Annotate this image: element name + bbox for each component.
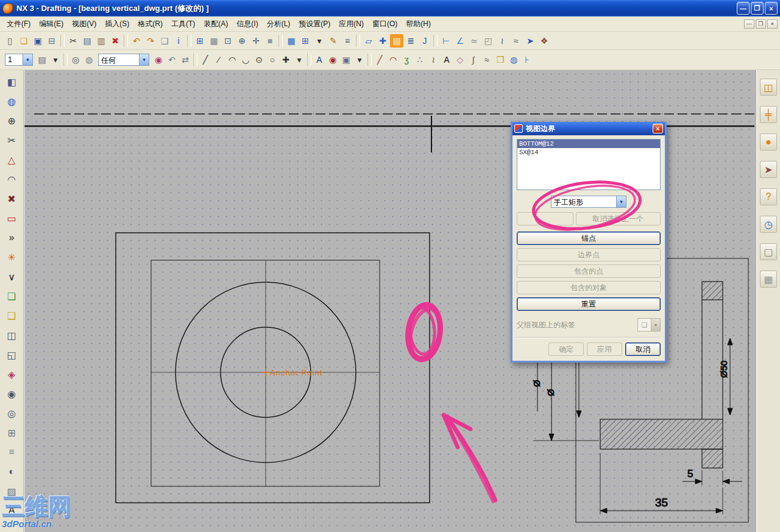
datum-axis-icon[interactable]: ✚	[376, 34, 389, 48]
face-analysis-icon[interactable]: ≈	[509, 34, 523, 48]
selection-filter-combo[interactable]: 任何 ▾	[98, 54, 149, 66]
datum-triangle-icon[interactable]: △	[4, 152, 20, 168]
shapes-icon[interactable]: ◇	[453, 53, 467, 66]
symbol-list-icon[interactable]: ≡	[341, 34, 354, 48]
roles-icon[interactable]: ➤	[760, 161, 777, 178]
minimize-button[interactable]: —	[737, 2, 750, 15]
pan-icon[interactable]: ✛	[249, 34, 263, 48]
menu-assemblies[interactable]: 装配(A)	[199, 17, 232, 31]
palette-page-icon[interactable]: ▢	[760, 243, 777, 260]
refresh-grid-icon[interactable]: ⊞	[193, 34, 207, 48]
three-point-arc-icon[interactable]: ◡	[239, 53, 252, 66]
vda-checker-icon[interactable]: ◰	[481, 34, 495, 48]
text-annotation-icon[interactable]: A	[4, 503, 20, 519]
circle-tool-icon[interactable]: ○	[266, 53, 279, 66]
menu-tools[interactable]: 工具(T)	[167, 17, 199, 31]
id-symbol-icon[interactable]: ◉	[326, 53, 339, 66]
datum-csys-icon[interactable]: ➤	[523, 34, 537, 48]
cancel-button[interactable]: 取消	[625, 342, 661, 356]
edit-object-display-icon[interactable]: ◧	[4, 74, 20, 90]
view-break-icon[interactable]: ✂	[4, 132, 20, 148]
sheet-book-icon[interactable]: ≣	[404, 34, 417, 48]
chevron-down-icon[interactable]: ▾	[616, 196, 626, 207]
selection-ball-icon[interactable]: ◉	[152, 53, 165, 66]
undo-icon[interactable]: ↶	[130, 34, 143, 48]
chevron-down-icon[interactable]: ▾	[23, 54, 32, 65]
view-list[interactable]: BOTTOM@12SX@14	[517, 139, 661, 190]
dialog-title-bar[interactable]: 视图边界 ×	[512, 122, 665, 135]
view-operation-icon[interactable]: ◍	[4, 93, 20, 109]
menu-information[interactable]: 信息(I)	[232, 17, 262, 31]
menu-view[interactable]: 视图(V)	[68, 17, 101, 31]
zoom-window-icon[interactable]: ⊡	[221, 34, 235, 48]
view-list-item-sx[interactable]: SX@14	[517, 148, 660, 157]
materials-ball-icon[interactable]: ●	[760, 133, 777, 151]
section-analysis-icon[interactable]: ≃	[467, 34, 481, 48]
reset-button[interactable]: 重置	[517, 297, 661, 311]
screenshot-icon[interactable]: ❑	[158, 34, 171, 48]
cylinder-blue-icon[interactable]: ◍	[507, 53, 520, 66]
custom-symbol-icon[interactable]: ▣	[339, 53, 353, 66]
drafting-application-icon[interactable]: ▤	[390, 34, 403, 48]
cut-scissors-icon[interactable]: ✂	[66, 34, 80, 48]
wcs-target-icon[interactable]: ◎	[69, 53, 82, 66]
view-list-item-bottom[interactable]: BOTTOM@12	[517, 140, 660, 148]
detail-view-icon[interactable]: ◈	[4, 366, 20, 382]
sheet-gold-icon[interactable]: ❒	[494, 53, 507, 66]
crosshatch-icon[interactable]: ▨	[4, 483, 20, 499]
menu-analysis[interactable]: 分析(L)	[263, 17, 295, 31]
swap-view-icon[interactable]: ⇄	[179, 53, 192, 66]
table-caret-icon[interactable]: ▾	[313, 34, 326, 48]
help-icon[interactable]: ?	[760, 188, 777, 205]
point-tool-icon[interactable]: ✚	[279, 53, 292, 66]
view-boundary-tool-icon[interactable]: ▭	[4, 210, 20, 226]
menu-window[interactable]: 窗口(O)	[368, 17, 402, 31]
section-view-icon[interactable]: ◉	[4, 386, 20, 402]
new-sheet-icon[interactable]: ❏	[4, 288, 20, 304]
menu-file[interactable]: 文件(F)	[2, 17, 35, 31]
points-cloud-icon[interactable]: ∴	[413, 53, 427, 66]
print-icon[interactable]: ⊟	[45, 34, 58, 48]
annotation-pencil-icon[interactable]: ✎	[327, 34, 340, 48]
layout-tab-icon[interactable]: ◫	[760, 79, 777, 96]
section-line-icon[interactable]: ◐	[4, 464, 20, 480]
new-file-icon[interactable]: ▯	[3, 34, 16, 48]
expand-chevron-icon[interactable]: ∨	[4, 269, 20, 285]
paste-icon[interactable]: ▥	[94, 34, 108, 48]
fillet-tool-icon[interactable]: ◠	[4, 171, 20, 187]
tabular-note-icon[interactable]: ▦	[285, 34, 298, 48]
layer-caret-icon[interactable]: ▾	[49, 53, 62, 66]
dialog-close-icon[interactable]: ×	[653, 124, 663, 133]
chamfer-tool-icon[interactable]: ✖	[4, 191, 20, 207]
spline-icon[interactable]: ≀	[427, 53, 440, 66]
solid-cylinder-icon[interactable]: ◍	[82, 53, 96, 66]
bold-text-icon[interactable]: A	[440, 53, 453, 66]
wave-icon[interactable]: ≈	[480, 53, 494, 66]
dimension-tab-icon[interactable]: ╪	[760, 106, 777, 123]
curve-analysis-icon[interactable]: ≀	[495, 34, 509, 48]
redo-icon[interactable]: ↷	[144, 34, 157, 48]
menu-insert[interactable]: 插入(S)	[101, 17, 133, 31]
shaded-display-icon[interactable]: ■	[263, 34, 277, 48]
mdi-restore-button[interactable]: ❐	[756, 20, 766, 29]
ruler-plus-icon[interactable]: ⊦	[520, 53, 534, 66]
datum-plane-icon[interactable]: ▱	[362, 34, 375, 48]
save-icon[interactable]: ▣	[31, 34, 44, 48]
open-sheet-icon[interactable]: ❏	[4, 308, 20, 324]
back-view-icon[interactable]: ↶	[165, 53, 179, 66]
information-icon[interactable]: i	[172, 34, 185, 48]
radius-dimension-icon[interactable]: ◠	[386, 53, 400, 66]
line-tool-icon[interactable]: ╱	[199, 53, 212, 66]
measure-distance-icon[interactable]: ⊢	[439, 34, 453, 48]
menu-help[interactable]: 帮助(H)	[402, 17, 435, 31]
view-list-icon[interactable]: ≡	[4, 444, 20, 460]
menu-edit[interactable]: 编辑(E)	[35, 17, 68, 31]
web-browser-icon[interactable]: ▦	[760, 271, 777, 288]
display-update-icon[interactable]: ✳	[4, 249, 20, 265]
note-text-icon[interactable]: A	[313, 53, 326, 66]
zoom-icon[interactable]: ⊕	[235, 34, 249, 48]
menu-preferences[interactable]: 预设置(P)	[294, 17, 335, 31]
close-button[interactable]: ×	[765, 2, 778, 15]
more-tools-chevron-icon[interactable]: »	[4, 230, 20, 246]
fit-view-icon[interactable]: ▦	[207, 34, 221, 48]
